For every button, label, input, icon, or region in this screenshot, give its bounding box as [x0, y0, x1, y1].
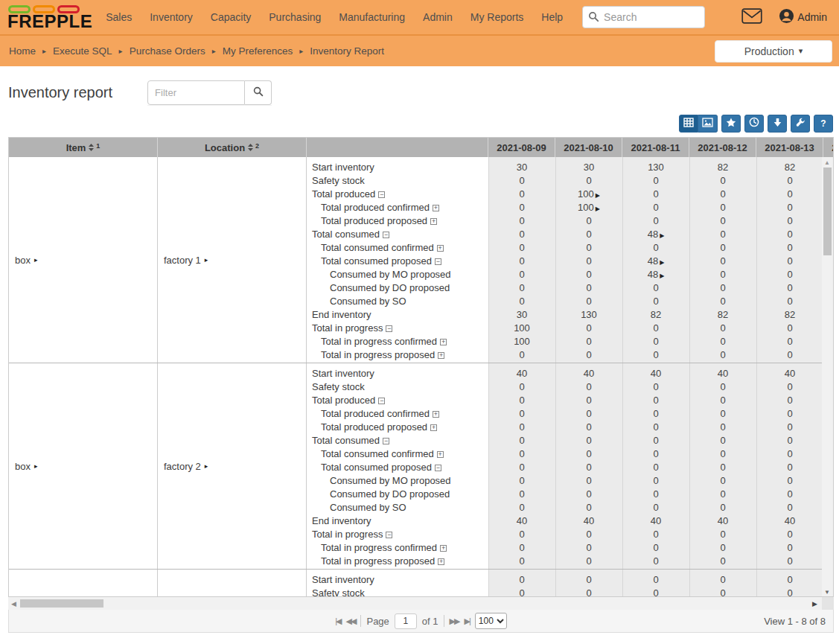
breadcrumb-separator-icon: ▸ — [119, 47, 123, 55]
expand-icon[interactable]: + — [437, 245, 444, 252]
value-cell: 0 — [622, 202, 689, 213]
table-view-button[interactable] — [679, 115, 698, 133]
collapse-icon[interactable]: − — [378, 398, 385, 404]
breadcrumb-item[interactable]: My Preferences — [223, 45, 293, 57]
collapse-icon[interactable]: − — [383, 232, 389, 238]
drilldown-icon[interactable]: ▸ — [34, 462, 38, 470]
graph-view-button[interactable] — [698, 115, 718, 133]
drilldown-icon[interactable]: ▸ — [205, 256, 208, 264]
value-cell: 0 — [622, 395, 689, 406]
time-buckets-button[interactable] — [744, 115, 764, 133]
drilldown-icon[interactable]: ▶ — [660, 232, 664, 239]
scroll-right-icon[interactable]: ▶ — [812, 600, 817, 608]
expand-icon[interactable]: + — [440, 339, 447, 345]
frepple-logo[interactable]: FREPPLE — [7, 4, 92, 31]
expand-icon[interactable]: + — [438, 352, 444, 359]
breadcrumb-item[interactable]: Home — [9, 45, 36, 57]
menu-purchasing[interactable]: Purchasing — [269, 11, 321, 23]
expand-icon[interactable]: + — [437, 451, 444, 458]
expand-icon[interactable]: + — [430, 424, 437, 431]
drilldown-icon[interactable]: ▶ — [660, 272, 664, 279]
breadcrumb-item[interactable]: Execute SQL — [53, 45, 112, 57]
drilldown-icon[interactable]: ▶ — [596, 205, 600, 212]
drilldown-icon[interactable]: ▸ — [205, 462, 208, 470]
metric-label: Total in progress confirmed+ — [307, 336, 488, 347]
value-cell: 0 — [689, 336, 756, 347]
scrollbar-corner — [822, 597, 834, 610]
scroll-down-icon[interactable]: ▼ — [824, 589, 830, 596]
column-header-date: 2021-08-10 — [555, 138, 622, 157]
collapse-icon[interactable]: − — [386, 532, 392, 538]
value-cell: 130 — [555, 309, 622, 320]
favorites-button[interactable] — [721, 115, 741, 133]
menu-my-reports[interactable]: My Reports — [470, 11, 524, 23]
value-cell: 0 — [756, 542, 823, 553]
menu-inventory[interactable]: Inventory — [150, 11, 193, 23]
column-header-metrics — [307, 138, 488, 157]
metric-label: Total produced proposed+ — [307, 215, 488, 226]
value-cell: 0 — [622, 488, 689, 500]
value-cell: 0 — [622, 242, 689, 253]
value-cell: 0 — [622, 215, 689, 226]
metric-label: Total produced confirmed+ — [307, 408, 488, 419]
vertical-scrollbar-thumb[interactable] — [823, 168, 832, 255]
scenario-dropdown-button[interactable]: Production ▾ — [715, 40, 832, 63]
value-cell: 0 — [555, 587, 622, 598]
breadcrumb-item[interactable]: Purchase Orders — [130, 45, 205, 57]
page-number-input[interactable] — [395, 613, 417, 629]
expand-icon[interactable]: + — [433, 205, 439, 211]
prev-page-button[interactable]: ◀◀ — [346, 616, 356, 626]
expand-icon[interactable]: + — [433, 411, 439, 418]
menu-capacity[interactable]: Capacity — [211, 11, 251, 23]
value-cell: 0 — [622, 502, 689, 513]
first-page-button[interactable]: |◀ — [335, 616, 340, 626]
search-input[interactable] — [582, 6, 705, 28]
column-header-item[interactable]: Item 1 — [9, 138, 158, 157]
drilldown-icon[interactable]: ▶ — [660, 259, 664, 266]
page-size-select[interactable]: 100 — [475, 613, 507, 629]
collapse-icon[interactable]: − — [386, 325, 392, 332]
collapse-icon[interactable]: − — [435, 465, 441, 471]
drilldown-icon[interactable]: ▶ — [596, 192, 600, 199]
value-cell: 0 — [756, 322, 823, 334]
value-cell: 0 — [622, 381, 689, 392]
value-cell: 0 — [622, 475, 689, 486]
horizontal-scrollbar-thumb[interactable] — [20, 599, 103, 608]
drilldown-icon[interactable]: ▸ — [34, 256, 38, 264]
collapse-icon[interactable]: − — [435, 258, 441, 265]
collapse-icon[interactable]: − — [383, 438, 389, 444]
collapse-icon[interactable]: − — [378, 191, 385, 198]
expand-icon[interactable]: + — [438, 558, 444, 565]
breadcrumb-item[interactable]: Inventory Report — [310, 45, 384, 57]
expand-icon[interactable]: + — [440, 545, 447, 552]
scroll-left-icon[interactable]: ◀ — [11, 600, 16, 608]
last-page-button[interactable]: ▶| — [464, 616, 469, 626]
customize-button[interactable] — [791, 115, 810, 133]
expand-icon[interactable]: + — [430, 218, 437, 225]
inbox-icon[interactable] — [741, 8, 762, 27]
value-cell: 0 — [756, 175, 823, 186]
value-cell: 0 — [488, 475, 555, 486]
value-cell: 0 — [555, 529, 622, 540]
user-menu[interactable]: Admin — [779, 8, 827, 26]
value-cell: 0 — [689, 462, 756, 473]
value-cell: 0 — [555, 322, 622, 334]
filter-input[interactable] — [147, 80, 245, 105]
filter-search-button[interactable] — [245, 80, 272, 105]
next-page-button[interactable]: ▶▶ — [450, 616, 459, 626]
horizontal-scrollbar[interactable]: ◀ ▶ — [8, 597, 834, 610]
menu-sales[interactable]: Sales — [106, 11, 132, 23]
menu-admin[interactable]: Admin — [423, 11, 453, 23]
scroll-up-icon[interactable]: ▲ — [824, 159, 830, 166]
top-navbar: FREPPLE SalesInventoryCapacityPurchasing… — [0, 0, 839, 36]
vertical-scrollbar[interactable]: ▲ ▼ — [822, 157, 833, 597]
menu-manufacturing[interactable]: Manufacturing — [339, 11, 405, 23]
menu-help[interactable]: Help — [541, 11, 563, 23]
value-cell: 0 — [756, 448, 823, 459]
value-cell: 0 — [622, 175, 689, 186]
column-header-location[interactable]: Location 2 — [158, 138, 307, 157]
value-cell: 0 — [622, 421, 689, 433]
help-button[interactable]: ? — [814, 115, 833, 133]
column-header-date: 2021-08-14 — [823, 138, 834, 157]
export-button[interactable] — [768, 115, 787, 133]
